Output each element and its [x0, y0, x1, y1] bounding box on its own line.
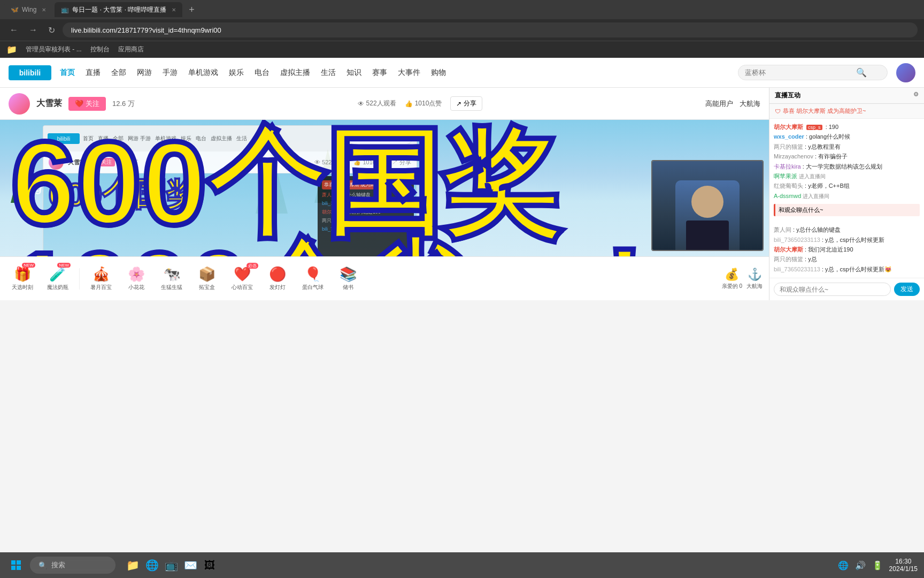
- nav-esports[interactable]: 赛事: [372, 68, 387, 78]
- browser-window: 🦋 Wing ✕ 📺 每日一题 · 大雪莱 · 哔哩哔哩直播 ✕ + ← → ↻…: [0, 0, 924, 58]
- tab-wing-close[interactable]: ✕: [42, 7, 46, 13]
- bookmark-console[interactable]: 控制台: [90, 45, 110, 54]
- start-button[interactable]: [6, 556, 26, 575]
- bookmark-admin[interactable]: 管理员审核列表 - ...: [26, 45, 82, 54]
- nav-live[interactable]: 直播: [86, 68, 101, 78]
- nested-screenshot: bilibili 首页 直播 全部 网游 手游 单机游戏 娱乐 电台 虚拟主播 …: [43, 125, 417, 256]
- gift-mofa-name: 魔法奶瓶: [47, 284, 68, 291]
- search-icon[interactable]: 🔍: [856, 67, 867, 78]
- taskbar-icon-photos[interactable]: 🖼: [201, 557, 218, 574]
- taskbar-icon-browser[interactable]: 🌐: [143, 557, 160, 574]
- tray-date-display: 2024/1/15: [889, 565, 918, 573]
- gift-tianxuan-name: 天选时刻: [12, 284, 33, 291]
- user-avatar[interactable]: [896, 63, 915, 82]
- chat-user-6: 啊苹果派: [774, 173, 797, 179]
- bookmark-appstore[interactable]: 应用商店: [118, 45, 144, 54]
- nav-radio[interactable]: 电台: [255, 68, 270, 78]
- bilibili-header: bilibili 首页 直播 全部 网游 手游 单机游戏 娱乐 电台 虚拟主播 …: [0, 58, 924, 88]
- nested-chat-3: 胡尔大摩斯: 我们河北近190: [322, 209, 410, 216]
- gift-anchor: ⚓ 大航海: [746, 268, 763, 290]
- nav-all[interactable]: 全部: [111, 68, 126, 78]
- chat-user-13: bili_73650233113: [774, 266, 820, 272]
- tray-clock[interactable]: 16:30 2024/1/15: [889, 558, 918, 573]
- nav-home[interactable]: 首页: [60, 68, 75, 78]
- gift-tianxuan[interactable]: 🎁 NEW 天选时刻: [6, 266, 38, 291]
- gift-book-icon: 📚: [340, 266, 357, 283]
- nested-nav-ent: 娱乐: [181, 135, 191, 142]
- taskbar-search-bar[interactable]: 🔍 搜索: [30, 557, 116, 574]
- bilibili-logo[interactable]: bilibili: [9, 65, 51, 80]
- enter-room-2: 进入直播间: [803, 193, 829, 199]
- gift-count-label: 亲爱的 0: [722, 283, 742, 290]
- tray-battery-icon[interactable]: 🔋: [872, 560, 883, 571]
- gift-balloon-icon: 🎈: [304, 266, 321, 283]
- gift-lamp-name: 发灯灯: [270, 284, 286, 291]
- chat-panel-header: 直播互动 ⚙: [769, 88, 924, 104]
- gift-book[interactable]: 📚 储书: [332, 266, 364, 291]
- chat-msg-3: 两只的猫篮 : y总教程里有: [774, 143, 920, 151]
- svg-rect-2: [11, 566, 16, 570]
- follow-heart-icon: ❤️: [75, 100, 83, 108]
- gift-shu[interactable]: 🎪 暑月百宝: [85, 266, 117, 291]
- person-body: [675, 180, 740, 250]
- tab-wing[interactable]: 🦋 Wing ✕: [4, 2, 52, 17]
- nav-shop[interactable]: 购物: [431, 68, 446, 78]
- gift-box[interactable]: 📦 拓宝盒: [191, 266, 223, 291]
- gift-right-section: 💰 亲爱的 0 ⚓ 大航海: [722, 268, 763, 290]
- guard-text: 恭喜 胡尔大摩斯 成为高能护卫~: [783, 107, 866, 115]
- gift-balloon[interactable]: 🎈 蛋白气球: [297, 266, 329, 291]
- tab-bilibili-close[interactable]: ✕: [172, 7, 176, 13]
- tray-sound-icon[interactable]: 🔊: [855, 560, 866, 571]
- address-input[interactable]: [63, 22, 918, 37]
- like-count-label: 1010点赞: [415, 99, 442, 108]
- chat-user-8: A-dssmwd: [774, 193, 801, 199]
- gift-heart-icon-wrap: ❤️ 必选: [234, 266, 251, 283]
- new-tab-button[interactable]: +: [184, 4, 199, 16]
- taskbar-icon-files[interactable]: 📁: [124, 557, 141, 574]
- gift-flower[interactable]: 🌸 小花花: [120, 266, 152, 291]
- nav-online[interactable]: 网游: [137, 68, 152, 78]
- gift-mofa-badge: NEW: [57, 263, 71, 268]
- eye-icon: 👁: [358, 100, 364, 108]
- gift-anchor-label: 大航海: [746, 283, 763, 290]
- chat-input[interactable]: [774, 283, 891, 296]
- nav-events[interactable]: 大事件: [398, 68, 420, 78]
- nav-mobile[interactable]: 手游: [163, 68, 178, 78]
- d航海-label: 大航海: [740, 99, 760, 109]
- back-button[interactable]: ←: [6, 25, 21, 35]
- tab-bilibili[interactable]: 📺 每日一题 · 大雪莱 · 哔哩哔哩直播 ✕: [55, 2, 182, 17]
- chat-user-11: 胡尔大摩斯: [774, 246, 803, 253]
- chat-msg-11: 胡尔大摩斯 : 我们河北迫近190: [774, 246, 920, 254]
- taskbar-icon-bilibili[interactable]: 📺: [163, 557, 180, 574]
- tab-wing-label: Wing: [22, 6, 36, 13]
- taskbar-search-icon: 🔍: [38, 561, 47, 569]
- share-icon: ↗: [456, 100, 461, 108]
- share-button[interactable]: ↗ 分享: [450, 96, 482, 111]
- follow-button[interactable]: ❤️ 关注: [68, 97, 106, 111]
- nested-nav-live: 直播: [98, 135, 109, 142]
- nested-nav-vtuber: 虚拟主播: [211, 135, 232, 142]
- send-button[interactable]: 发送: [894, 283, 920, 296]
- gift-heart[interactable]: ❤️ 必选 心动百宝: [226, 266, 258, 291]
- tab-bilibili-favicon: 📺: [61, 6, 69, 13]
- tray-network-icon[interactable]: 🌐: [838, 560, 849, 571]
- nav-entertainment[interactable]: 娱乐: [229, 68, 244, 78]
- gift-mofa-icon: 🧪: [49, 266, 66, 282]
- gift-lamp[interactable]: 🔴 发灯灯: [261, 266, 294, 291]
- chat-msg-1: 胡尔大摩斯 csp_s : 190: [774, 123, 920, 131]
- gift-flower-name: 小花花: [128, 284, 144, 291]
- chat-panel-settings[interactable]: ⚙: [913, 91, 919, 100]
- search-input[interactable]: [745, 69, 852, 77]
- nav-vtuber[interactable]: 虚拟主播: [280, 68, 310, 78]
- taskbar-icon-mail[interactable]: ✉️: [182, 557, 199, 574]
- nav-life[interactable]: 生活: [321, 68, 336, 78]
- gift-cow[interactable]: 🐄 生猛生猛: [156, 266, 188, 291]
- chat-msg-2: wxs_coder : golang什么时候: [774, 133, 920, 141]
- reload-button[interactable]: ↻: [45, 25, 58, 35]
- forward-button[interactable]: →: [26, 25, 41, 35]
- nav-singleplayer[interactable]: 单机游戏: [188, 68, 218, 78]
- gift-mofa[interactable]: 🧪 NEW 魔法奶瓶: [42, 266, 74, 291]
- nav-knowledge[interactable]: 知识: [346, 68, 361, 78]
- search-bar[interactable]: 🔍: [738, 65, 888, 80]
- nested-likes: 👍 1010点赞: [353, 158, 388, 166]
